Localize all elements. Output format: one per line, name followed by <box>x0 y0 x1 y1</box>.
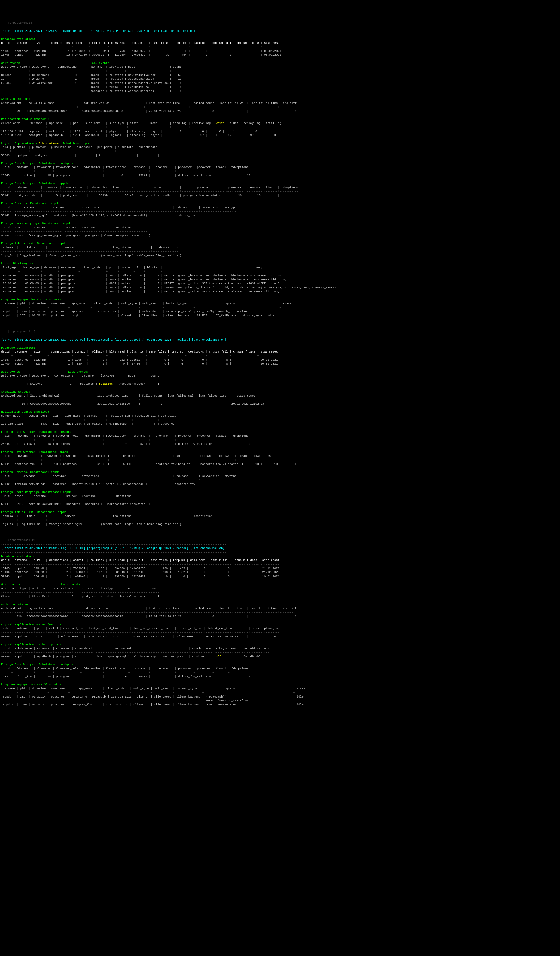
terminal-output: ----------------------------------------… <box>1 17 559 707</box>
